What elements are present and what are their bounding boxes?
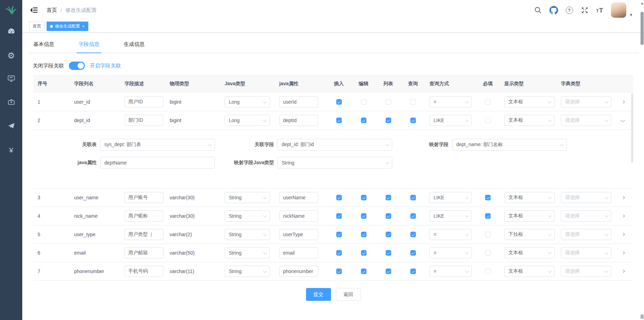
java-attr-input[interactable] <box>279 266 318 277</box>
edit-checkbox[interactable] <box>361 118 367 123</box>
insert-checkbox[interactable] <box>336 232 342 237</box>
insert-checkbox[interactable] <box>336 118 342 123</box>
java-type-select[interactable]: Long <box>225 115 270 126</box>
sidebar-item-system[interactable]: ⚙ <box>0 44 22 67</box>
java-attr-input[interactable] <box>279 96 318 107</box>
insert-checkbox[interactable] <box>336 250 342 256</box>
query-type-select[interactable]: = <box>429 247 472 258</box>
java-type-select[interactable]: String <box>225 210 270 222</box>
display-type-select[interactable]: 文本框 <box>504 96 555 107</box>
dict-type-select[interactable]: 请选择 <box>561 247 611 258</box>
query-checkbox[interactable] <box>410 118 416 123</box>
java-attr-input[interactable] <box>279 247 318 258</box>
search-icon[interactable] <box>534 6 542 14</box>
required-checkbox[interactable] <box>485 195 491 200</box>
scrollbar-up-arrow-icon[interactable] <box>641 2 644 5</box>
query-type-select[interactable]: = <box>429 229 472 240</box>
required-checkbox[interactable] <box>485 118 491 123</box>
insert-checkbox[interactable] <box>336 269 342 274</box>
relation-table-select[interactable]: sys_dept: 部门表 <box>100 139 215 151</box>
edit-checkbox[interactable] <box>361 250 367 256</box>
display-type-select[interactable]: 文本框 <box>504 115 555 126</box>
query-checkbox[interactable] <box>410 213 416 219</box>
tag-home[interactable]: 首页 <box>29 22 45 31</box>
edit-checkbox[interactable] <box>361 232 367 237</box>
java-type-select[interactable]: String <box>225 266 270 277</box>
mapping-field-select[interactable]: dept_name: 部门名称 <box>452 139 567 151</box>
tag-current-active[interactable]: 修改生成配置 × <box>47 22 88 31</box>
display-type-select[interactable]: 文本框 <box>504 266 555 277</box>
mapping-java-attr-input[interactable] <box>100 157 215 169</box>
list-checkbox[interactable] <box>386 232 391 237</box>
table-scrollbar[interactable] <box>631 94 633 162</box>
github-icon[interactable] <box>549 6 558 15</box>
java-type-select[interactable]: String <box>225 247 270 258</box>
list-checkbox[interactable] <box>386 269 391 274</box>
required-checkbox[interactable] <box>485 213 491 219</box>
submit-button[interactable]: 提交 <box>306 288 331 301</box>
query-type-select[interactable]: = <box>429 96 472 107</box>
close-icon[interactable]: × <box>82 24 85 29</box>
required-checkbox[interactable] <box>485 232 491 237</box>
list-checkbox[interactable] <box>386 213 391 219</box>
java-attr-input[interactable] <box>279 229 318 240</box>
dict-type-select[interactable]: 请选择 <box>561 210 611 222</box>
query-checkbox[interactable] <box>410 232 416 237</box>
query-checkbox[interactable] <box>410 269 416 274</box>
dict-type-select[interactable]: 请选择 <box>561 96 611 107</box>
insert-checkbox[interactable] <box>336 99 342 105</box>
edit-checkbox[interactable] <box>361 195 367 200</box>
edit-checkbox[interactable] <box>361 213 367 219</box>
list-checkbox[interactable] <box>386 118 391 123</box>
query-type-select[interactable]: LIKE <box>429 192 472 203</box>
sidebar-item-pay[interactable]: ¥ <box>0 138 22 162</box>
display-type-select[interactable]: 文本框 <box>504 210 555 222</box>
breadcrumb-home[interactable]: 首页 <box>47 7 57 14</box>
page-scrollbar[interactable] <box>640 0 644 320</box>
tab-basic-info[interactable]: 基本信息 <box>33 38 55 53</box>
avatar[interactable] <box>611 2 626 18</box>
sidebar-collapse-icon[interactable] <box>30 7 38 14</box>
list-checkbox[interactable] <box>386 250 391 256</box>
query-type-select[interactable]: = <box>429 266 472 277</box>
display-type-select[interactable]: 文本框 <box>504 247 555 258</box>
font-size-icon[interactable]: TT <box>596 7 604 14</box>
sidebar-item-tool[interactable] <box>0 91 22 115</box>
query-checkbox[interactable] <box>410 99 416 105</box>
required-checkbox[interactable] <box>485 250 491 256</box>
dict-type-select[interactable]: 请选择 <box>561 115 611 126</box>
field-description-input[interactable] <box>124 192 163 203</box>
expand-row-icon[interactable] <box>621 101 625 103</box>
back-button[interactable]: 返回 <box>336 288 361 301</box>
query-type-select[interactable]: LIKE <box>429 115 472 126</box>
scrollbar-bottom-piece[interactable] <box>641 314 644 319</box>
display-type-select[interactable]: 下拉框 <box>504 229 555 240</box>
dict-type-select[interactable]: 请选择 <box>561 192 611 203</box>
java-attr-input[interactable] <box>279 210 318 222</box>
expand-row-icon[interactable] <box>621 251 625 254</box>
relation-field-select[interactable]: dept_id: 部门id <box>277 139 392 151</box>
mapping-java-type-select[interactable]: String <box>277 157 392 169</box>
field-description-input[interactable] <box>124 96 163 107</box>
dict-type-select[interactable]: 请选择 <box>561 266 611 277</box>
expand-row-icon[interactable] <box>621 270 625 273</box>
sidebar-item-monitor[interactable] <box>0 67 22 91</box>
chevron-down-icon[interactable]: ▾ <box>630 12 632 17</box>
field-description-input[interactable] <box>124 266 163 277</box>
java-attr-input[interactable] <box>279 192 318 203</box>
list-checkbox[interactable] <box>386 195 391 200</box>
expand-row-icon[interactable] <box>621 215 625 217</box>
query-checkbox[interactable] <box>410 195 416 200</box>
field-description-input[interactable] <box>124 229 163 240</box>
query-type-select[interactable]: LIKE <box>429 210 472 222</box>
field-description-input[interactable] <box>124 115 163 126</box>
expand-row-icon[interactable] <box>621 196 625 199</box>
insert-checkbox[interactable] <box>336 195 342 200</box>
sidebar-item-dashboard[interactable] <box>0 20 22 44</box>
relation-toggle-switch[interactable] <box>69 62 85 70</box>
java-attr-input[interactable] <box>279 115 318 126</box>
required-checkbox[interactable] <box>485 99 491 105</box>
collapse-row-icon[interactable] <box>621 119 625 122</box>
fullscreen-icon[interactable] <box>581 6 589 14</box>
java-type-select[interactable]: String <box>225 229 270 240</box>
